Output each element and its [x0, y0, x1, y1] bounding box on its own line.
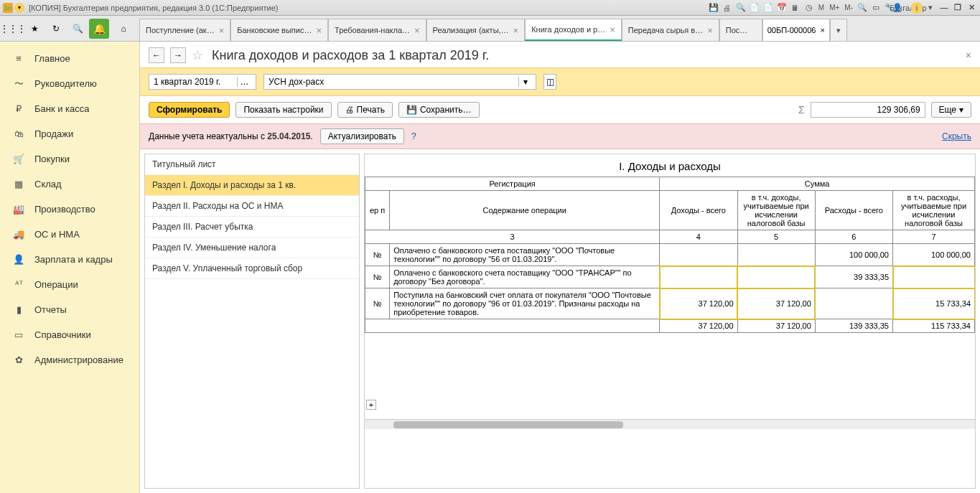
calendar-icon[interactable]: 📅: [776, 2, 788, 14]
preview-icon[interactable]: 🔍: [735, 2, 747, 14]
close-icon[interactable]: ×: [316, 25, 322, 36]
info-drop-icon[interactable]: ▾: [925, 2, 936, 14]
tab-docnum[interactable]: 00БП-000006 ×: [762, 19, 830, 41]
tab-3[interactable]: Реализация (акты,…×: [426, 19, 526, 41]
bars-icon: ▮: [13, 304, 24, 315]
col-op: ер п: [365, 191, 390, 230]
close-icon[interactable]: ×: [219, 25, 225, 36]
bell-icon[interactable]: 🔔: [89, 19, 109, 39]
nav-forward-button[interactable]: →: [170, 47, 186, 63]
print-button[interactable]: 🖨Печать: [337, 102, 393, 118]
sigma-icon: Σ: [798, 104, 805, 116]
tax-system-field[interactable]: УСН дох-расх ▾: [263, 74, 536, 90]
nav-item-2[interactable]: Раздел II. Расходы на ОС и НМА: [145, 196, 359, 217]
user-button[interactable]: 👤 Бухгалтер: [897, 2, 909, 14]
help-icon[interactable]: ?: [411, 131, 416, 141]
hide-link[interactable]: Скрыть: [942, 131, 971, 141]
dropdown-icon[interactable]: ▾: [518, 77, 531, 87]
menu-icon: ≡: [13, 53, 24, 64]
nav-back-button[interactable]: ←: [149, 47, 164, 63]
history-icon[interactable]: ↻: [46, 19, 66, 39]
restore-icon[interactable]: ❐: [952, 2, 963, 14]
save-button[interactable]: 💾Сохранить…: [398, 102, 480, 118]
generate-button[interactable]: Сформировать: [149, 102, 230, 118]
warning-bar: Данные учета неактуальны с 25.04.2015. А…: [140, 123, 980, 149]
book-icon: ▭: [13, 329, 24, 340]
sidebar-purchases[interactable]: 🛒Покупки: [0, 146, 139, 172]
tab-6[interactable]: Пос…: [719, 19, 762, 41]
tab-menu[interactable]: ▾: [830, 19, 847, 41]
page-header: ← → ☆ Книга доходов и расходов за 1 квар…: [140, 42, 980, 67]
sidebar-admin[interactable]: ✿Администрирование: [0, 347, 139, 372]
doc1-icon[interactable]: 📄: [749, 2, 760, 14]
col-income-tax: в т.ч. доходы, учитываемые при исчислени…: [737, 191, 815, 230]
nav-item-3[interactable]: Раздел III. Расчет убытка: [145, 217, 359, 238]
bag-icon: 🛍: [13, 128, 24, 139]
period-field[interactable]: 1 квартал 2019 г. …: [149, 74, 256, 90]
settings-button[interactable]: Показать настройки: [235, 102, 331, 118]
calc-icon[interactable]: 🖩: [790, 2, 801, 14]
totals-row: 37 120,00 37 120,00 139 333,35 115 733,3…: [365, 319, 975, 333]
zoom-icon[interactable]: 🔍: [857, 2, 868, 14]
info-icon[interactable]: i: [911, 2, 923, 14]
more-button[interactable]: Еще ▾: [931, 102, 971, 118]
truck-icon: 🚚: [13, 229, 24, 240]
close-icon[interactable]: ×: [414, 25, 420, 36]
window-title: [КОПИЯ] Бухгалтерия предприятия, редакци…: [29, 4, 708, 12]
horizontal-scrollbar[interactable]: [365, 419, 975, 429]
nav-item-5[interactable]: Раздел V. Уплаченный торговый сбор: [145, 258, 359, 279]
mem-mminus[interactable]: M-: [843, 2, 854, 14]
dropdown-icon[interactable]: ▾: [14, 3, 24, 13]
sidebar-reports[interactable]: ▮Отчеты: [0, 297, 139, 322]
close-icon[interactable]: ×: [610, 24, 615, 35]
nav-item-1[interactable]: Раздел I. Доходы и расходы за 1 кв.: [145, 175, 359, 196]
close-icon[interactable]: ×: [513, 25, 519, 36]
open-button[interactable]: ◫: [543, 74, 556, 90]
page-title: Книга доходов и расходов за 1 квартал 20…: [212, 48, 489, 63]
nav-item-4[interactable]: Раздел IV. Уменьшение налога: [145, 238, 359, 258]
nav-item-0[interactable]: Титульный лист: [145, 154, 359, 175]
favorite-icon[interactable]: ★: [24, 19, 45, 39]
mem-mplus[interactable]: M+: [828, 2, 841, 14]
sidebar-hr[interactable]: 👤Зарплата и кадры: [0, 247, 139, 272]
close-icon[interactable]: ×: [707, 25, 713, 36]
close-icon[interactable]: ×: [820, 26, 824, 34]
doc2-icon[interactable]: 📄: [762, 2, 774, 14]
close-page-icon[interactable]: ×: [966, 50, 971, 61]
sidebar-sales[interactable]: 🛍Продажи: [0, 121, 139, 146]
star-icon[interactable]: ☆: [192, 47, 203, 63]
minimize-icon[interactable]: —: [938, 2, 950, 14]
sidebar-main[interactable]: ≡Главное: [0, 46, 139, 71]
window-icon[interactable]: ▭: [870, 2, 882, 14]
apps-icon[interactable]: ⋮⋮⋮: [3, 19, 23, 39]
sidebar-ops[interactable]: ᴬᵀОперации: [0, 272, 139, 297]
sidebar-assets[interactable]: 🚚ОС и НМА: [0, 222, 139, 247]
tab-0[interactable]: Поступление (ак…×: [139, 19, 230, 41]
sidebar-refs[interactable]: ▭Справочники: [0, 322, 139, 347]
tabbar: ⋮⋮⋮ ★ ↻ 🔍 🔔 ⌂ Поступление (ак…× Банковск…: [0, 16, 980, 42]
tab-1[interactable]: Банковские выпис…×: [230, 19, 328, 41]
table-row[interactable]: № Поступила на банковский счет оплата от…: [365, 288, 975, 319]
close-window-icon[interactable]: ✕: [966, 2, 977, 14]
col-reg: Регистрация: [365, 177, 660, 191]
tab-5[interactable]: Передача сырья в…×: [622, 19, 719, 41]
tab-2[interactable]: Требования-накла…×: [328, 19, 426, 41]
sum-field[interactable]: 129 306,69: [811, 102, 925, 118]
tab-4[interactable]: Книга доходов и р…×: [525, 19, 622, 41]
sidebar-warehouse[interactable]: ▦Склад: [0, 172, 139, 197]
expand-icon[interactable]: +: [366, 400, 376, 410]
clock-icon[interactable]: ◷: [803, 2, 815, 14]
table-row[interactable]: № Оплачено с банковского счета поставщик…: [365, 244, 975, 266]
sidebar-bank[interactable]: ₽Банк и касса: [0, 96, 139, 121]
mem-m[interactable]: M: [817, 2, 826, 14]
home-icon[interactable]: ⌂: [113, 19, 134, 39]
sidebar-manager[interactable]: 〜Руководителю: [0, 71, 139, 96]
period-select-button[interactable]: …: [237, 77, 251, 87]
print-icon[interactable]: 🖨: [722, 2, 733, 14]
report-table: Регистрация Сумма ер п Содержание операц…: [365, 177, 975, 333]
actualize-button[interactable]: Актуализировать: [320, 128, 404, 144]
save-icon[interactable]: 💾: [708, 2, 719, 14]
sidebar-production[interactable]: 🏭Производство: [0, 197, 139, 222]
table-row[interactable]: № Оплачено с банковского счета поставщик…: [365, 266, 975, 288]
search-icon[interactable]: 🔍: [67, 19, 88, 39]
